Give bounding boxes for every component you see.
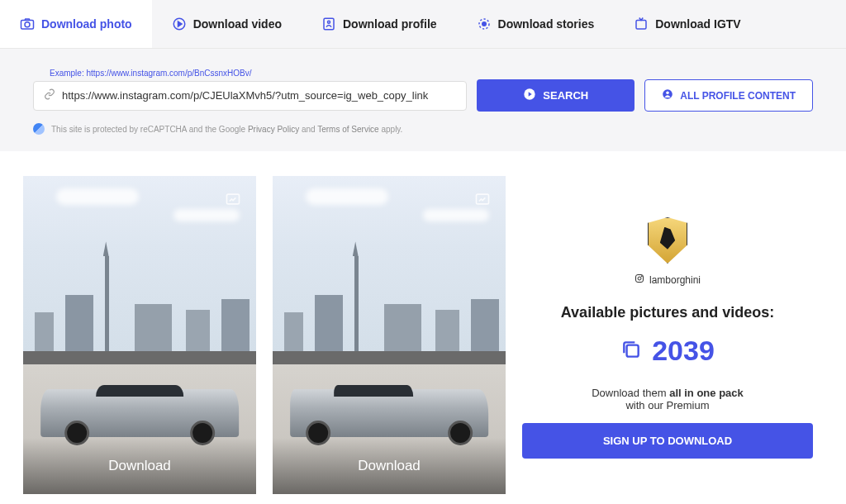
expand-icon[interactable] (225, 191, 241, 211)
search-panel: Example: https://www.instagram.com/p/BnC… (0, 49, 846, 151)
play-circle-icon (172, 17, 187, 31)
tab-label: Download photo (41, 17, 132, 31)
url-input[interactable] (62, 89, 456, 102)
media-count: 2039 (652, 335, 715, 367)
svg-point-15 (641, 276, 642, 277)
instagram-icon (634, 273, 644, 286)
url-input-wrap (33, 81, 467, 111)
recaptcha-note: This site is protected by reCAPTCHA and … (33, 123, 813, 135)
download-text: Download them all in one pack (522, 387, 813, 399)
svg-point-6 (482, 22, 486, 26)
content: Download Download lamborghini Availab (0, 151, 846, 494)
tab-label: Download profile (343, 17, 437, 31)
svg-rect-11 (227, 194, 240, 204)
svg-rect-7 (636, 21, 646, 30)
tabs-nav: Download photo Download video Download p… (0, 0, 846, 49)
example-label: Example: https://www.instagram.com/p/BnC… (50, 69, 813, 78)
arrow-circle-icon (523, 88, 536, 103)
media-card: Download (273, 176, 506, 494)
media-thumbnail[interactable]: Download (273, 176, 506, 494)
tab-download-igtv[interactable]: Download IGTV (614, 0, 760, 48)
tab-label: Download IGTV (655, 17, 740, 31)
search-button[interactable]: SEARCH (477, 79, 634, 112)
signup-button[interactable]: SIGN UP TO DOWNLOAD (522, 423, 813, 459)
brand-logo (648, 217, 687, 264)
svg-point-1 (25, 22, 30, 27)
all-profile-button[interactable]: ALL PROFILE CONTENT (644, 79, 813, 112)
privacy-link[interactable]: Privacy Policy (248, 125, 299, 134)
recaptcha-text: This site is protected by reCAPTCHA and … (51, 125, 402, 134)
search-button-label: SEARCH (543, 89, 588, 102)
svg-rect-16 (627, 345, 639, 356)
tab-download-photo[interactable]: Download photo (0, 0, 152, 48)
svg-rect-12 (477, 194, 489, 204)
download-button[interactable]: Download (273, 438, 506, 494)
stories-icon (477, 17, 492, 31)
all-profile-label: ALL PROFILE CONTENT (680, 90, 796, 102)
download-subtext: with our Premium (522, 399, 813, 411)
svg-point-10 (666, 92, 669, 95)
cards: Download Download (23, 176, 506, 494)
tab-download-video[interactable]: Download video (152, 0, 302, 48)
stack-icon (620, 339, 642, 364)
media-thumbnail[interactable]: Download (23, 176, 256, 494)
tab-download-stories[interactable]: Download stories (457, 0, 615, 48)
tab-label: Download video (193, 17, 282, 31)
link-icon (44, 88, 55, 103)
username-row: lamborghini (522, 273, 813, 286)
media-card: Download (23, 176, 256, 494)
tab-download-profile[interactable]: Download profile (302, 0, 457, 48)
username-text: lamborghini (649, 274, 701, 286)
profile-badge-icon (662, 88, 673, 102)
camera-icon (20, 17, 35, 31)
tab-label: Download stories (498, 17, 595, 31)
recaptcha-icon (33, 123, 45, 135)
download-button[interactable]: Download (23, 438, 256, 494)
profile-icon (321, 17, 336, 31)
expand-icon[interactable] (474, 191, 491, 211)
igtv-icon (634, 17, 649, 31)
svg-point-14 (638, 277, 641, 280)
sidebar: lamborghini Available pictures and video… (522, 176, 846, 494)
svg-point-4 (328, 21, 330, 23)
available-label: Available pictures and videos: (522, 304, 813, 321)
count-row: 2039 (522, 335, 813, 367)
search-row: SEARCH ALL PROFILE CONTENT (33, 79, 813, 112)
terms-link[interactable]: Terms of Service (317, 125, 378, 134)
